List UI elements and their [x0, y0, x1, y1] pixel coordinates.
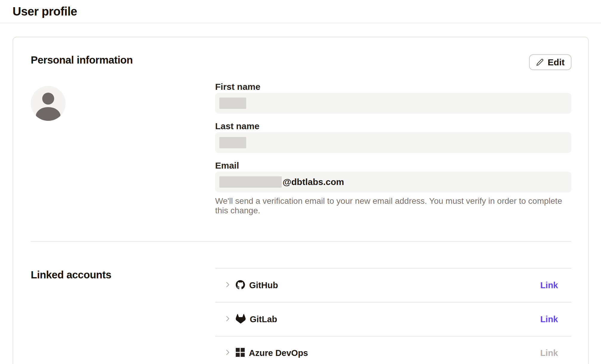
email-input[interactable]: @dbtlabs.com: [215, 172, 571, 192]
profile-card: Personal information Edit: [13, 37, 589, 364]
personal-info-section: Personal information Edit: [31, 54, 571, 242]
email-helper-text: We'll send a verification email to your …: [215, 196, 571, 215]
avatar: [31, 86, 66, 121]
azure-devops-icon: [236, 348, 245, 358]
avatar-column: [31, 82, 215, 215]
redacted-value: [219, 176, 282, 188]
github-icon: [236, 280, 245, 291]
redacted-value: [219, 98, 246, 109]
edit-button[interactable]: Edit: [529, 54, 571, 70]
linked-accounts-section: Linked accounts GitHub Link: [31, 242, 571, 364]
chevron-right-icon[interactable]: [224, 348, 232, 358]
personal-info-title: Personal information: [31, 54, 133, 66]
account-row-gitlab[interactable]: GitLab Link: [215, 302, 571, 336]
last-name-field: Last name: [215, 121, 571, 153]
last-name-input[interactable]: [215, 132, 571, 153]
linked-accounts-list: GitHub Link GitLab Link: [215, 268, 571, 364]
personal-info-form: First name Last name Email @dbtlabs.: [215, 82, 571, 215]
account-name: GitHub: [249, 280, 278, 290]
redacted-value: [219, 137, 246, 148]
pencil-icon: [536, 58, 544, 66]
account-name: Azure DevOps: [249, 348, 308, 358]
edit-button-label: Edit: [548, 57, 565, 67]
account-row-azure-devops[interactable]: Azure DevOps Link: [215, 336, 571, 364]
first-name-input[interactable]: [215, 93, 571, 114]
linked-accounts-title: Linked accounts: [31, 269, 215, 281]
first-name-field: First name: [215, 82, 571, 114]
account-name: GitLab: [250, 314, 277, 324]
chevron-right-icon[interactable]: [224, 280, 232, 290]
link-action-disabled: Link: [540, 348, 558, 358]
email-label: Email: [215, 161, 571, 170]
link-action[interactable]: Link: [540, 280, 558, 290]
page-title: User profile: [13, 5, 77, 18]
last-name-label: Last name: [215, 121, 571, 131]
email-domain-text: @dbtlabs.com: [283, 177, 344, 187]
gitlab-icon: [236, 314, 246, 325]
link-action[interactable]: Link: [540, 314, 558, 324]
account-row-github[interactable]: GitHub Link: [215, 268, 571, 302]
page-header: User profile: [0, 0, 601, 23]
first-name-label: First name: [215, 82, 571, 92]
email-field: Email @dbtlabs.com We'll send a verifica…: [215, 161, 571, 215]
chevron-right-icon[interactable]: [224, 314, 232, 324]
